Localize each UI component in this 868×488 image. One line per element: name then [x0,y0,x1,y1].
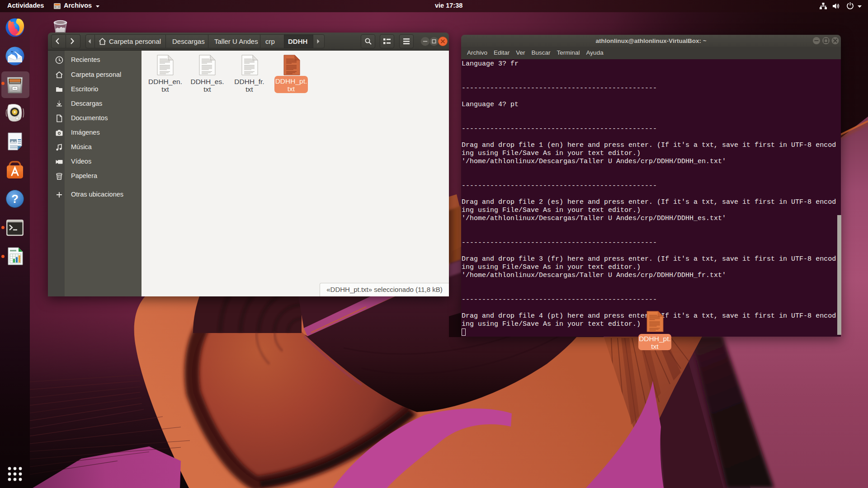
svg-text:?: ? [11,192,19,206]
